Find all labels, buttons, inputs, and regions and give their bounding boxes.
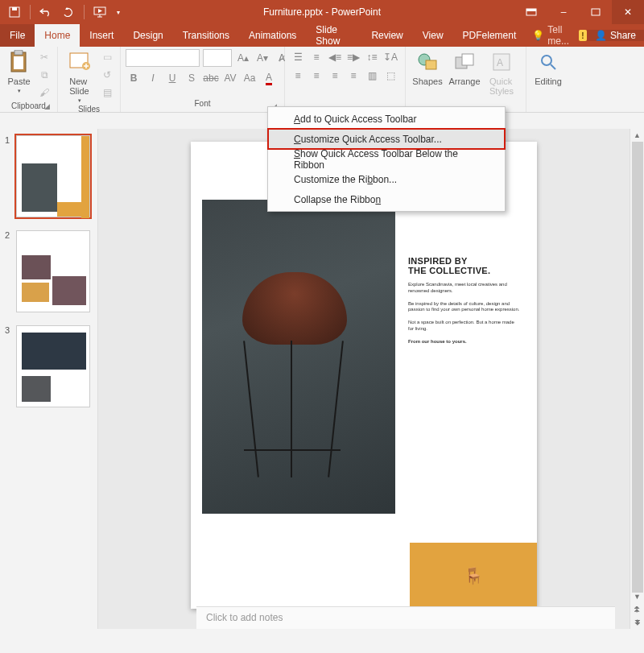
notes-pane[interactable]: Click to add notes: [196, 606, 615, 629]
increase-indent-icon[interactable]: ≡▶: [345, 49, 361, 65]
editing-button[interactable]: Editing: [531, 49, 565, 86]
maximize-button[interactable]: [580, 0, 612, 24]
tab-slideshow[interactable]: Slide Show: [306, 24, 361, 47]
align-left-icon[interactable]: ≡: [290, 68, 306, 84]
quick-styles-button[interactable]: A Quick Styles: [485, 49, 518, 96]
cm-customize-ribbon[interactable]: Customize the Ribbon...: [268, 169, 505, 189]
bullets-icon[interactable]: ☰: [290, 49, 306, 65]
tab-transitions[interactable]: Transitions: [173, 24, 239, 47]
slides-group-label: Slides: [63, 104, 115, 114]
slide-para-2: Be inspired by the details of culture, d…: [408, 301, 521, 314]
bold-button[interactable]: B: [126, 70, 142, 86]
text-direction-icon[interactable]: ↧A: [382, 49, 398, 65]
cut-icon[interactable]: ✂: [36, 49, 52, 65]
tellme-search[interactable]: 💡 Tell me...: [526, 24, 578, 47]
window-title: Furniture.pptx - PowerPoint: [263, 6, 381, 18]
scroll-thumb[interactable]: [632, 142, 643, 593]
copy-icon[interactable]: ⧉: [36, 67, 52, 83]
tab-design[interactable]: Design: [123, 24, 172, 47]
dropdown-icon: ▾: [18, 88, 21, 94]
ribbon-display-options-icon[interactable]: [515, 0, 547, 24]
next-slide-icon[interactable]: ⯯: [630, 616, 644, 629]
redo-icon[interactable]: [59, 2, 78, 22]
layout-icon[interactable]: ▭: [99, 49, 115, 65]
share-button[interactable]: 👤 Share: [587, 30, 644, 41]
paste-label: Paste: [7, 76, 30, 86]
chair-image: [202, 200, 395, 514]
undo-icon[interactable]: [36, 2, 56, 22]
scroll-track[interactable]: [630, 142, 644, 590]
svg-rect-12: [426, 60, 436, 69]
ribbon: Paste ▾ ✂ ⧉ 🖌 Clipboard◢ New Slide ▾ ▭ ↺…: [0, 47, 644, 113]
qat-dropdown-icon[interactable]: ▾: [113, 2, 124, 22]
thumbnail-2[interactable]: 2: [5, 230, 93, 312]
font-group-label: Font◢: [126, 98, 279, 111]
italic-button[interactable]: I: [145, 70, 161, 86]
chair-glyph-icon: 🪑: [464, 566, 484, 585]
tab-review[interactable]: Review: [361, 24, 412, 47]
tab-pdfelement[interactable]: PDFelement: [453, 24, 526, 47]
arrange-label: Arrange: [448, 76, 480, 86]
change-case-icon[interactable]: Aa: [242, 70, 258, 86]
char-spacing-icon[interactable]: AV: [222, 70, 238, 86]
cm-customize-qat[interactable]: Customize Quick Access Toolbar...: [268, 129, 505, 149]
vertical-scrollbar[interactable]: ▲ ▼ ⯭ ⯯: [630, 129, 644, 629]
increase-font-icon[interactable]: A▴: [235, 50, 251, 66]
line-spacing-icon[interactable]: ↕≡: [364, 49, 380, 65]
arrange-button[interactable]: Arrange: [448, 49, 481, 86]
scroll-up-icon[interactable]: ▲: [630, 129, 644, 142]
slide-1[interactable]: LOOKBOOK 2019 INSPIRED BY THE COLLECTIVE…: [191, 142, 537, 609]
font-size-select[interactable]: [203, 49, 232, 67]
tab-insert[interactable]: Insert: [80, 24, 123, 47]
close-button[interactable]: ✕: [612, 0, 644, 24]
format-painter-icon[interactable]: 🖌: [36, 85, 52, 101]
quick-styles-label: Quick Styles: [489, 76, 514, 96]
tab-animations[interactable]: Animations: [239, 24, 306, 47]
cm-collapse[interactable]: Collapse the Ribbon: [268, 189, 505, 209]
lightbulb-icon: 💡: [532, 30, 544, 41]
numbering-icon[interactable]: ≡: [308, 49, 324, 65]
tab-view[interactable]: View: [413, 24, 453, 47]
warning-icon[interactable]: !: [579, 30, 587, 41]
cm-show-below[interactable]: Show Quick Access Toolbar Below the Ribb…: [268, 149, 505, 169]
decrease-font-icon[interactable]: A▾: [254, 50, 270, 66]
thumbnail-3[interactable]: 3: [5, 325, 93, 407]
shadow-button[interactable]: S: [184, 70, 200, 86]
smartart-icon[interactable]: ⬚: [382, 68, 398, 84]
new-slide-label: New Slide: [69, 76, 89, 96]
slide-heading-2: THE COLLECTIVE.: [408, 266, 521, 275]
new-slide-button[interactable]: New Slide ▾: [63, 49, 96, 104]
slide-thumbnails-panel[interactable]: 1 2 3: [0, 129, 98, 629]
underline-button[interactable]: U: [164, 70, 180, 86]
tab-file[interactable]: File: [0, 24, 35, 47]
thumbnail-1[interactable]: 1: [5, 135, 93, 217]
align-right-icon[interactable]: ≡: [327, 68, 343, 84]
slide-number: 3: [5, 325, 13, 407]
section-icon[interactable]: ▤: [99, 85, 115, 101]
reset-icon[interactable]: ↺: [99, 67, 115, 83]
save-icon[interactable]: [5, 2, 24, 22]
align-center-icon[interactable]: ≡: [308, 68, 324, 84]
dialog-launcher-icon[interactable]: ◢: [43, 102, 51, 110]
svg-rect-1: [12, 7, 17, 10]
decrease-indent-icon[interactable]: ◀≡: [327, 49, 343, 65]
minimize-button[interactable]: –: [547, 0, 580, 24]
dropdown-icon: ▾: [78, 97, 81, 104]
font-color-icon[interactable]: A: [261, 70, 277, 86]
paste-button[interactable]: Paste ▾: [5, 49, 33, 94]
justify-icon[interactable]: ≡: [345, 68, 361, 84]
tellme-label: Tell me...: [547, 24, 572, 47]
columns-icon[interactable]: ▥: [364, 68, 380, 84]
slide-heading-1: INSPIRED BY: [408, 256, 521, 266]
start-slideshow-icon[interactable]: [90, 2, 109, 22]
slide-number: 1: [5, 135, 13, 217]
shapes-icon: [415, 49, 440, 75]
cm-add-qat[interactable]: Add to Quick Access Toolbar: [268, 109, 505, 129]
prev-slide-icon[interactable]: ⯭: [630, 603, 644, 616]
context-menu: Add to Quick Access Toolbar Customize Qu…: [267, 106, 506, 212]
font-family-select[interactable]: [126, 49, 200, 67]
strikethrough-button[interactable]: abc: [203, 70, 219, 86]
tab-home[interactable]: Home: [35, 24, 80, 47]
svg-point-17: [542, 56, 551, 65]
shapes-button[interactable]: Shapes: [411, 49, 444, 86]
